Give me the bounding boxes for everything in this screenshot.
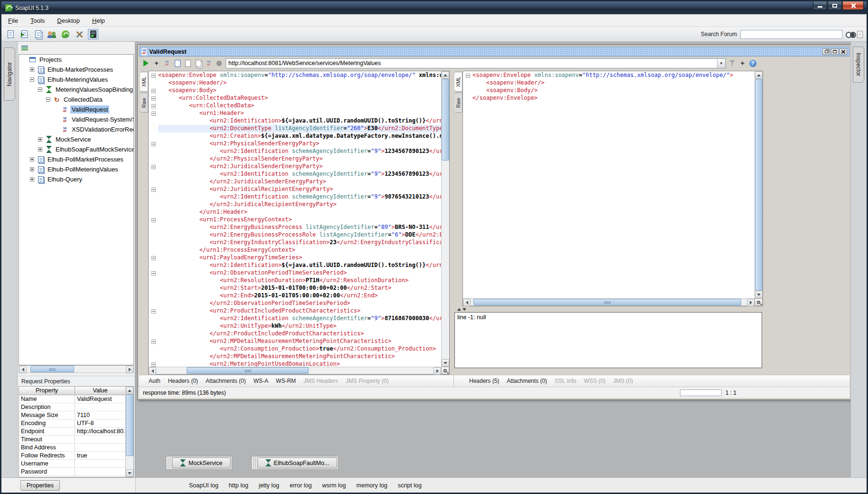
- property-value[interactable]: UTF-8: [75, 419, 125, 427]
- soap-action-button[interactable]: SOAP: [205, 59, 213, 67]
- collapse-icon[interactable]: [38, 87, 42, 92]
- recreate-request-button[interactable]: [173, 59, 181, 67]
- property-row-message-size[interactable]: Message Size7110: [19, 411, 125, 419]
- tab-auth[interactable]: Auth: [149, 378, 160, 384]
- editor-zoom-button[interactable]: [755, 298, 763, 306]
- log-tab-soapui-log[interactable]: SoapUI log: [189, 482, 218, 489]
- tree-options-icon[interactable]: [21, 46, 28, 51]
- editor-splitter[interactable]: [450, 71, 454, 375]
- property-row-endpoint[interactable]: Endpointhttp://localhost:80...: [19, 428, 125, 436]
- restore-window-button[interactable]: MockService: [172, 457, 231, 468]
- restore-window-button[interactable]: ElhubSoapFaultMo...: [257, 457, 338, 468]
- forum-button[interactable]: [47, 29, 57, 39]
- property-value[interactable]: http://localhost:80...: [75, 428, 125, 435]
- collapse-icon[interactable]: [46, 97, 50, 102]
- import-project-button[interactable]: [19, 29, 29, 39]
- tab-headers-0-[interactable]: Headers (0): [168, 378, 198, 384]
- drag-grip[interactable]: [253, 457, 256, 468]
- response-xml-editor[interactable]: <soapenv:Envelope xmlns:soapenv="http://…: [472, 71, 755, 298]
- fold-marker-icon[interactable]: [151, 142, 156, 146]
- new-project-button[interactable]: [5, 29, 16, 39]
- scrollbar-thumb[interactable]: [30, 366, 74, 372]
- filter-button[interactable]: [728, 59, 736, 67]
- window-close-button[interactable]: [840, 48, 847, 55]
- inspector-tab[interactable]: Inspector: [853, 47, 864, 83]
- property-value[interactable]: [75, 476, 125, 477]
- fold-marker-icon[interactable]: [151, 271, 156, 276]
- fold-marker-icon[interactable]: [151, 340, 156, 344]
- navigator-tab[interactable]: Navigator: [4, 48, 15, 101]
- column-header-value[interactable]: Value: [75, 387, 125, 395]
- property-value[interactable]: true: [75, 452, 125, 459]
- fold-gutter[interactable]: [149, 71, 158, 367]
- page-icon[interactable]: [857, 31, 863, 38]
- tree-item-elhubsoapfaultmockservice[interactable]: ElhubSoapFaultMockService: [19, 144, 133, 154]
- scroll-down-arrow[interactable]: [755, 291, 763, 298]
- log-tab-error-log[interactable]: error log: [290, 482, 312, 489]
- scrollbar-thumb[interactable]: [755, 79, 763, 291]
- menu-tools[interactable]: Tools: [30, 17, 45, 24]
- property-value[interactable]: [75, 403, 125, 411]
- preferences-button[interactable]: [74, 29, 85, 39]
- maximize-button[interactable]: [828, 1, 842, 10]
- fold-marker-icon[interactable]: [151, 112, 156, 116]
- scroll-down-arrow[interactable]: [126, 469, 133, 477]
- search-forum-icon[interactable]: [846, 31, 854, 37]
- expand-icon[interactable]: [30, 177, 34, 181]
- log-tab-http-log[interactable]: http log: [229, 482, 248, 489]
- log-tab-jetty-log[interactable]: jetty log: [259, 482, 279, 489]
- expand-icon[interactable]: [38, 137, 42, 142]
- drag-grip[interactable]: [167, 457, 171, 468]
- scrollbar-thumb[interactable]: [126, 394, 133, 456]
- property-value[interactable]: ValidRequest: [75, 395, 125, 403]
- expand-icon[interactable]: [30, 67, 34, 72]
- property-value[interactable]: 7110: [75, 411, 125, 419]
- tree-item-validrequest[interactable]: SOAPValidRequest: [19, 104, 133, 114]
- scroll-right-arrow[interactable]: [126, 366, 133, 373]
- tree-item-meteringvaluessoapbinding[interactable]: MeteringValuesSoapBinding: [19, 85, 133, 95]
- search-forum-input[interactable]: [740, 30, 842, 39]
- menu-file[interactable]: File: [8, 17, 18, 24]
- caret-position-input[interactable]: [680, 390, 722, 396]
- add-to-testcase-button[interactable]: +: [152, 59, 160, 67]
- response-raw-tab[interactable]: Raw: [454, 93, 462, 113]
- request-window-titlebar[interactable]: SOAP ValidRequest: [139, 47, 849, 57]
- endpoint-dropdown-button[interactable]: ▼: [717, 59, 725, 68]
- tree-item-elhub-marketprocesses[interactable]: Elhub-MarketProcesses: [19, 65, 133, 75]
- property-row-password[interactable]: Password: [19, 468, 125, 476]
- soapui-home-button[interactable]: [60, 29, 71, 39]
- tree-item-collecteddata[interactable]: ↻CollectedData: [19, 95, 133, 104]
- column-header-property[interactable]: Property: [19, 387, 75, 395]
- property-row-username[interactable]: Username: [19, 460, 125, 468]
- fold-marker-icon[interactable]: [151, 96, 156, 101]
- proxy-toggle-button[interactable]: [88, 29, 98, 39]
- tree-item-projects[interactable]: Projects: [19, 55, 133, 65]
- property-row-name[interactable]: NameValidRequest: [19, 395, 125, 403]
- response-xml-tab[interactable]: XML: [454, 72, 462, 92]
- submit-request-button[interactable]: [142, 59, 150, 67]
- tree-item-xsdvalidationerrorrequest[interactable]: SOAPXSDValidationErrorRequest: [19, 124, 133, 134]
- endpoint-url-input[interactable]: [226, 59, 717, 68]
- scroll-down-arrow[interactable]: [442, 359, 449, 367]
- property-row-domain[interactable]: Domain: [19, 476, 125, 477]
- scroll-right-arrow[interactable]: [747, 299, 755, 306]
- scroll-left-arrow[interactable]: [19, 366, 27, 373]
- fold-marker-icon[interactable]: [151, 309, 156, 314]
- property-value[interactable]: [75, 436, 125, 443]
- request-xml-editor[interactable]: <soapenv:Envelope xmlns:soapenv="http://…: [158, 71, 441, 367]
- scroll-right-arrow[interactable]: [434, 367, 441, 375]
- tab-ws-a[interactable]: WS-A: [254, 378, 268, 384]
- window-maximize-button[interactable]: [831, 48, 839, 55]
- expand-icon[interactable]: [30, 167, 34, 171]
- fold-marker-icon[interactable]: [466, 74, 470, 78]
- tree-item-elhub-pollmeteringvalues[interactable]: Elhub-PollMeteringValues: [19, 164, 133, 174]
- clone-request-button[interactable]: [194, 59, 202, 67]
- fold-marker-icon[interactable]: [151, 74, 156, 78]
- scrollbar-thumb[interactable]: [442, 79, 449, 161]
- log-tab-wsrm-log[interactable]: wsrm log: [322, 482, 346, 489]
- scroll-up-arrow[interactable]: [442, 71, 449, 79]
- scroll-left-arrow[interactable]: [149, 367, 156, 375]
- menu-help[interactable]: Help: [92, 17, 105, 24]
- tab-ws-rm[interactable]: WS-RM: [276, 378, 296, 384]
- scrollbar-thumb[interactable]: [187, 367, 309, 374]
